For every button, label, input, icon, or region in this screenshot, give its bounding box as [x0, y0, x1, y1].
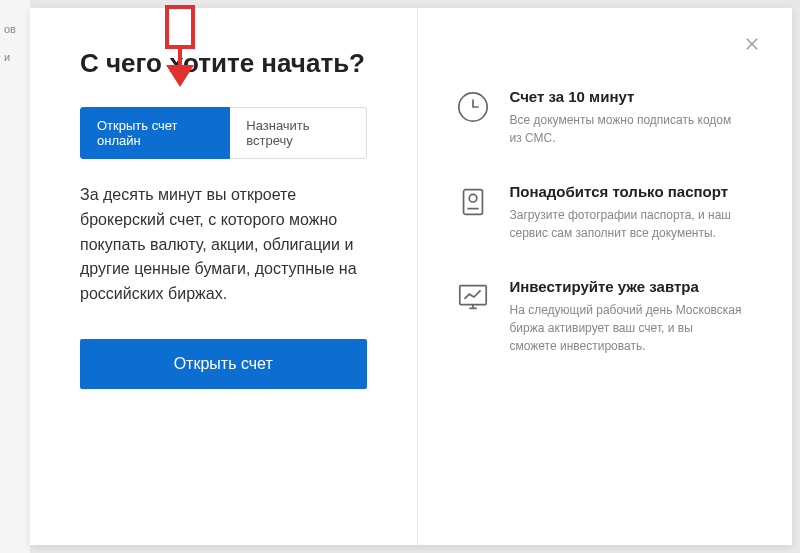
feature-item: Инвестируйте уже завтра На следующий раб…	[456, 278, 743, 355]
feature-title: Понадобится только паспорт	[510, 183, 743, 200]
chart-monitor-icon	[456, 280, 490, 314]
feature-description: Все документы можно подписать кодом из С…	[510, 111, 743, 147]
feature-title: Инвестируйте уже завтра	[510, 278, 743, 295]
feature-description: На следующий рабочий день Московская бир…	[510, 301, 743, 355]
feature-content: Счет за 10 минут Все документы можно под…	[510, 88, 743, 147]
close-icon	[743, 35, 761, 53]
description-text: За десять минут вы откроете брокерский с…	[80, 183, 367, 307]
left-panel: С чего хотите начать? Открыть счет онлай…	[30, 8, 418, 545]
svg-rect-6	[459, 286, 485, 305]
backdrop-text-2: и	[4, 50, 26, 64]
close-button[interactable]	[740, 32, 764, 56]
onboarding-modal: С чего хотите начать? Открыть счет онлай…	[30, 8, 792, 545]
backdrop-text-1: ов	[4, 22, 26, 36]
tabs: Открыть счет онлайн Назначить встречу	[80, 107, 367, 159]
open-account-button[interactable]: Открыть счет	[80, 339, 367, 389]
tab-schedule-meeting[interactable]: Назначить встречу	[230, 107, 366, 159]
feature-content: Инвестируйте уже завтра На следующий раб…	[510, 278, 743, 355]
right-panel: Счет за 10 минут Все документы можно под…	[418, 8, 793, 545]
modal-title: С чего хотите начать?	[80, 48, 367, 79]
passport-icon	[456, 185, 490, 219]
feature-content: Понадобится только паспорт Загрузите фот…	[510, 183, 743, 242]
feature-description: Загрузите фотографии паспорта, и наш сер…	[510, 206, 743, 242]
page-backdrop: ов и	[0, 0, 30, 553]
feature-item: Понадобится только паспорт Загрузите фот…	[456, 183, 743, 242]
feature-item: Счет за 10 минут Все документы можно под…	[456, 88, 743, 147]
clock-icon	[456, 90, 490, 124]
feature-title: Счет за 10 минут	[510, 88, 743, 105]
svg-point-4	[469, 194, 477, 202]
tab-open-account-online[interactable]: Открыть счет онлайн	[80, 107, 230, 159]
